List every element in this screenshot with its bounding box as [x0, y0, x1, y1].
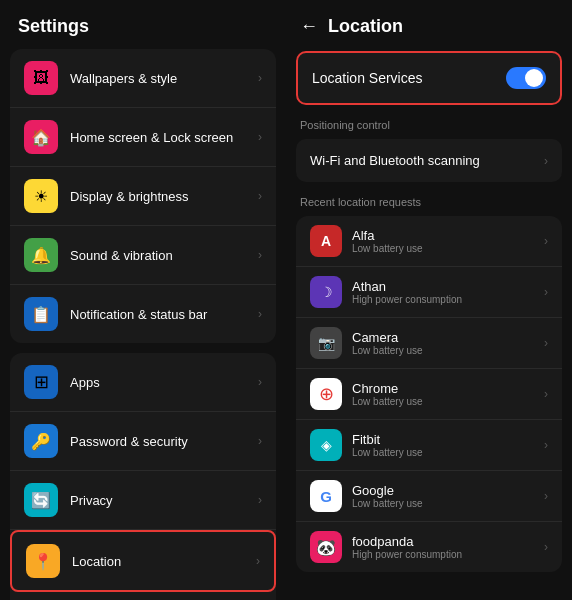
chevron-icon: › — [258, 189, 262, 203]
settings-title: Settings — [0, 16, 286, 49]
athan-name: Athan — [352, 279, 544, 294]
chevron-icon: › — [544, 489, 548, 503]
wifi-bt-label: Wi-Fi and Bluetooth scanning — [310, 153, 480, 168]
settings-panel: Settings 🖼 Wallpapers & style › 🏠 Home s… — [0, 0, 286, 600]
chevron-icon: › — [258, 248, 262, 262]
camera-name: Camera — [352, 330, 544, 345]
chevron-icon: › — [544, 234, 548, 248]
alfa-usage: Low battery use — [352, 243, 544, 254]
chevron-icon: › — [544, 154, 548, 168]
privacy-icon: 🔄 — [24, 483, 58, 517]
camera-icon: 📷 — [310, 327, 342, 359]
app-item-athan[interactable]: ☽ Athan High power consumption › — [296, 267, 562, 318]
wifi-bt-scanning-row[interactable]: Wi-Fi and Bluetooth scanning › — [296, 139, 562, 182]
foodpanda-icon: 🐼 — [310, 531, 342, 563]
location-icon: 📍 — [26, 544, 60, 578]
wallpaper-icon: 🖼 — [24, 61, 58, 95]
app-item-camera[interactable]: 📷 Camera Low battery use › — [296, 318, 562, 369]
chrome-icon: ⊕ — [310, 378, 342, 410]
chevron-icon: › — [258, 71, 262, 85]
chevron-icon: › — [256, 554, 260, 568]
settings-item-wallpaper[interactable]: 🖼 Wallpapers & style › — [10, 49, 276, 108]
chevron-icon: › — [258, 130, 262, 144]
apps-icon: ⊞ — [24, 365, 58, 399]
positioning-control-label: Positioning control — [286, 119, 572, 139]
notification-icon: 📋 — [24, 297, 58, 331]
foodpanda-usage: High power consumption — [352, 549, 544, 560]
notification-label: Notification & status bar — [70, 307, 258, 322]
athan-icon: ☽ — [310, 276, 342, 308]
app-item-fitbit[interactable]: ◈ Fitbit Low battery use › — [296, 420, 562, 471]
password-icon: 🔑 — [24, 424, 58, 458]
chevron-icon: › — [544, 438, 548, 452]
foodpanda-info: foodpanda High power consumption — [352, 534, 544, 560]
display-icon: ☀ — [24, 179, 58, 213]
google-icon: G — [310, 480, 342, 512]
app-item-chrome[interactable]: ⊕ Chrome Low battery use › — [296, 369, 562, 420]
alfa-name: Alfa — [352, 228, 544, 243]
settings-item-notification[interactable]: 📋 Notification & status bar › — [10, 285, 276, 343]
homescreen-label: Home screen & Lock screen — [70, 130, 258, 145]
settings-item-display[interactable]: ☀ Display & brightness › — [10, 167, 276, 226]
chrome-usage: Low battery use — [352, 396, 544, 407]
location-services-label: Location Services — [312, 70, 423, 86]
location-header: ← Location — [286, 16, 572, 51]
wallpaper-label: Wallpapers & style — [70, 71, 258, 86]
fitbit-icon: ◈ — [310, 429, 342, 461]
athan-info: Athan High power consumption — [352, 279, 544, 305]
location-label: Location — [72, 554, 256, 569]
alfa-icon: A — [310, 225, 342, 257]
settings-item-homescreen[interactable]: 🏠 Home screen & Lock screen › — [10, 108, 276, 167]
app-item-alfa[interactable]: A Alfa Low battery use › — [296, 216, 562, 267]
chevron-icon: › — [544, 285, 548, 299]
chrome-name: Chrome — [352, 381, 544, 396]
settings-item-sound[interactable]: 🔔 Sound & vibration › — [10, 226, 276, 285]
app-item-google[interactable]: G Google Low battery use › — [296, 471, 562, 522]
google-usage: Low battery use — [352, 498, 544, 509]
chevron-icon: › — [258, 375, 262, 389]
recent-requests-list: A Alfa Low battery use › ☽ Athan High po… — [296, 216, 562, 572]
display-label: Display & brightness — [70, 189, 258, 204]
fitbit-usage: Low battery use — [352, 447, 544, 458]
chevron-icon: › — [544, 387, 548, 401]
chevron-icon: › — [544, 540, 548, 554]
settings-item-location[interactable]: 📍 Location › — [10, 530, 276, 592]
homescreen-icon: 🏠 — [24, 120, 58, 154]
chevron-icon: › — [258, 493, 262, 507]
camera-info: Camera Low battery use — [352, 330, 544, 356]
apps-label: Apps — [70, 375, 258, 390]
camera-usage: Low battery use — [352, 345, 544, 356]
foodpanda-name: foodpanda — [352, 534, 544, 549]
password-label: Password & security — [70, 434, 258, 449]
location-panel: ← Location Location Services Positioning… — [286, 0, 572, 600]
settings-item-apps[interactable]: ⊞ Apps › — [10, 353, 276, 412]
settings-group-2: ⊞ Apps › 🔑 Password & security › 🔄 Priva… — [10, 353, 276, 600]
fitbit-name: Fitbit — [352, 432, 544, 447]
location-title: Location — [328, 16, 403, 37]
sound-icon: 🔔 — [24, 238, 58, 272]
location-services-toggle[interactable] — [506, 67, 546, 89]
location-services-row[interactable]: Location Services — [296, 51, 562, 105]
back-button[interactable]: ← — [300, 16, 318, 37]
toggle-thumb — [525, 69, 543, 87]
recent-requests-label: Recent location requests — [286, 196, 572, 216]
settings-item-safety[interactable]: ✱ Safety & emergency › — [10, 592, 276, 600]
settings-item-password[interactable]: 🔑 Password & security › — [10, 412, 276, 471]
google-info: Google Low battery use — [352, 483, 544, 509]
chrome-info: Chrome Low battery use — [352, 381, 544, 407]
settings-group-1: 🖼 Wallpapers & style › 🏠 Home screen & L… — [10, 49, 276, 343]
chevron-icon: › — [544, 336, 548, 350]
sound-label: Sound & vibration — [70, 248, 258, 263]
settings-item-privacy[interactable]: 🔄 Privacy › — [10, 471, 276, 530]
privacy-label: Privacy — [70, 493, 258, 508]
fitbit-info: Fitbit Low battery use — [352, 432, 544, 458]
alfa-info: Alfa Low battery use — [352, 228, 544, 254]
chevron-icon: › — [258, 307, 262, 321]
app-item-foodpanda[interactable]: 🐼 foodpanda High power consumption › — [296, 522, 562, 572]
chevron-icon: › — [258, 434, 262, 448]
google-name: Google — [352, 483, 544, 498]
athan-usage: High power consumption — [352, 294, 544, 305]
